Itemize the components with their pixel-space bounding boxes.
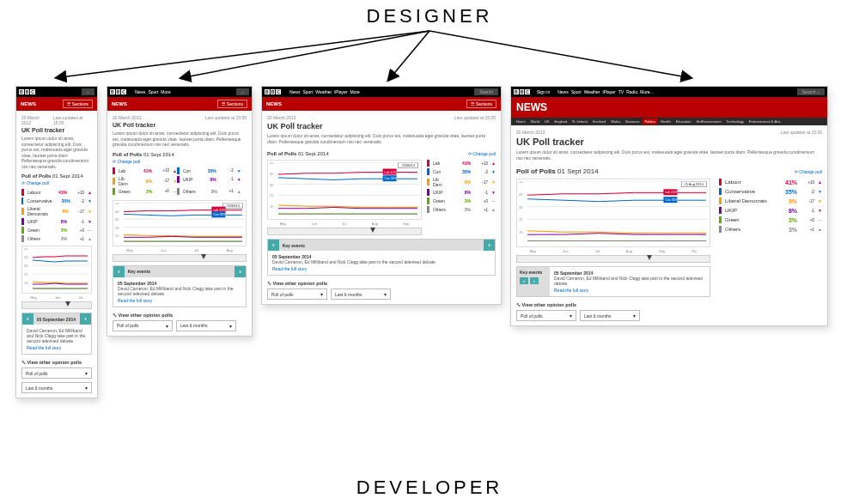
range-select[interactable]: Last 6 months▾ [580, 310, 640, 321]
legend-trend-icon: ▼ [237, 168, 241, 173]
legend-trend-icon: ▲ [88, 190, 92, 195]
panel-tablet: BBC NewsSportMore ⌕ NEWS ☰ Sections 20 M… [107, 86, 253, 337]
svg-text:40: 40 [519, 192, 523, 197]
key-events-prev[interactable]: ‹ [22, 313, 34, 325]
legend-trend-icon: ▲ [237, 189, 241, 194]
change-poll-link[interactable]: ⟳ Change poll [21, 180, 49, 185]
timeline-slider[interactable] [516, 255, 710, 263]
header-links[interactable]: NewsSportWeatheriPlayerTVRadioMore… [557, 89, 654, 94]
poll-select[interactable]: Poll of polls▾ [21, 367, 92, 379]
subnav-item[interactable]: Education [674, 118, 693, 124]
header-link[interactable]: News [135, 89, 146, 94]
subnav-item[interactable]: Health [659, 118, 673, 124]
timeline-slider[interactable] [113, 254, 247, 262]
subnav-item[interactable]: N. Ireland [570, 118, 588, 124]
signin-link[interactable]: Sign in [537, 89, 550, 94]
legend-row: Lib Dem 9% -17 ▼ [113, 176, 177, 186]
header-link[interactable]: Sport [571, 89, 582, 94]
change-poll-link[interactable]: ⟳ Change poll [468, 151, 496, 156]
header-link[interactable]: Sport [148, 89, 158, 94]
key-events-next[interactable]: › [484, 240, 495, 251]
slider-handle[interactable] [370, 228, 375, 233]
header-links[interactable]: NewsSportWeatheriPlayerMore [289, 89, 360, 94]
sections-button[interactable]: ☰ Sections [217, 100, 247, 108]
subnav-item[interactable]: Business [624, 118, 641, 124]
timeline-slider[interactable] [267, 228, 422, 235]
range-select[interactable]: Last 6 months▾ [176, 320, 236, 331]
key-events-prev[interactable]: ‹ [520, 277, 528, 284]
key-events-next[interactable]: › [80, 313, 91, 325]
slider-handle[interactable] [65, 301, 70, 307]
legend-row: Liberal Democrats 9% -17 ▼ [21, 206, 92, 216]
slider-handle[interactable] [647, 255, 652, 260]
subnav-item[interactable]: Technology [725, 118, 746, 124]
key-events-link[interactable]: Read the full story [554, 288, 705, 293]
poll-select[interactable]: Poll of polls▾ [267, 288, 327, 300]
search-input[interactable]: Search [474, 88, 498, 95]
subnav-item[interactable]: Scotland [591, 118, 608, 124]
section-subnav[interactable]: HomeWorldUKEnglandN. IrelandScotlandWale… [511, 118, 827, 125]
intro-text: Lorem ipsum dolor sit amet, consectetur … [21, 136, 92, 169]
chevron-down-icon: ▾ [320, 291, 323, 297]
header-link[interactable]: News [289, 89, 301, 94]
subnav-item[interactable]: Sci/Environment [694, 118, 722, 124]
header-link[interactable]: Weather [315, 89, 332, 94]
timeline-slider[interactable] [21, 301, 92, 309]
header-link[interactable]: More… [640, 89, 654, 94]
subnav-item[interactable]: UK [543, 118, 551, 124]
other-polls-heading: ⤡ View other opinion polls [113, 313, 247, 318]
legend-trend-icon: ▼ [818, 208, 822, 213]
svg-text:40: 40 [24, 255, 28, 259]
search-input[interactable]: Search ⌕ [797, 88, 825, 95]
key-events-prev[interactable]: ‹ [268, 240, 279, 251]
header-link[interactable]: iPlayer [334, 89, 347, 94]
sections-button[interactable]: ☰ Sections [466, 100, 497, 108]
legend-name: Labour [27, 190, 45, 195]
key-events-link[interactable]: Read the full story [272, 266, 490, 271]
header-link[interactable]: iPlayer [602, 89, 615, 94]
poll-select[interactable]: Poll of polls▾ [113, 320, 173, 331]
sections-button[interactable]: ☰ Sections [63, 100, 93, 108]
slider-handle[interactable] [201, 254, 206, 259]
change-poll-link[interactable]: ⟳ Change poll [113, 159, 140, 164]
svg-text:Con 35%: Con 35% [385, 177, 397, 180]
header-link[interactable]: More [350, 89, 359, 94]
range-select[interactable]: Last 6 months▾ [21, 382, 92, 393]
change-poll-link[interactable]: ⟳ Change poll [795, 169, 822, 174]
legend-name: UKIP [27, 219, 45, 224]
subnav-item[interactable]: Wales [609, 118, 622, 124]
header-link[interactable]: News [557, 89, 569, 94]
header-link[interactable]: TV [618, 89, 624, 94]
key-events-next[interactable]: › [530, 277, 539, 284]
key-events-link[interactable]: Read the full story [118, 298, 241, 303]
svg-text:10: 10 [24, 281, 28, 285]
subnav-item[interactable]: Entertainment & Arts [747, 118, 783, 124]
subnav-item[interactable]: World [529, 118, 541, 124]
legend-pct: 8% [452, 190, 471, 195]
key-events-link[interactable]: Read the full story [27, 345, 87, 350]
subnav-item[interactable]: England [553, 118, 570, 124]
header-link[interactable]: Weather [584, 89, 600, 94]
poll-select[interactable]: Poll of polls▾ [516, 310, 576, 321]
legend-row: Conservative 35% -2 ▼ [21, 197, 92, 204]
poll-legend: Lab 41% +10 ▲ Con 35% -2 ▼ Lib Dem 9% -1… [113, 167, 247, 197]
poll-chart: 25/08/141020304050Lab 41%Con 35% [113, 200, 247, 246]
key-events-next[interactable]: › [235, 266, 246, 277]
search-input[interactable]: ⌕ [82, 88, 94, 95]
subnav-item[interactable]: Politics [643, 118, 657, 124]
svg-text:20: 20 [24, 272, 28, 276]
svg-text:30: 30 [519, 205, 523, 209]
subnav-item[interactable]: Home [515, 118, 527, 124]
search-input[interactable]: ⌕ [236, 88, 249, 95]
header-link[interactable]: More [161, 89, 170, 94]
range-select[interactable]: Last 6 months▾ [331, 288, 391, 300]
global-header: BBC NewsSportMore ⌕ [107, 87, 252, 97]
header-link[interactable]: Radio [626, 89, 637, 94]
legend-delta: -17 [801, 199, 814, 203]
key-events-prev[interactable]: ‹ [113, 266, 125, 277]
header-links[interactable]: NewsSportMore [135, 89, 171, 94]
poll-legend: Lab 41% +10 ▲ Con 35% -2 ▼ Lib Dem 9% -1… [427, 160, 496, 235]
legend-name: Lab [119, 168, 130, 173]
header-link[interactable]: Sport [302, 89, 313, 94]
svg-text:50: 50 [24, 248, 28, 251]
